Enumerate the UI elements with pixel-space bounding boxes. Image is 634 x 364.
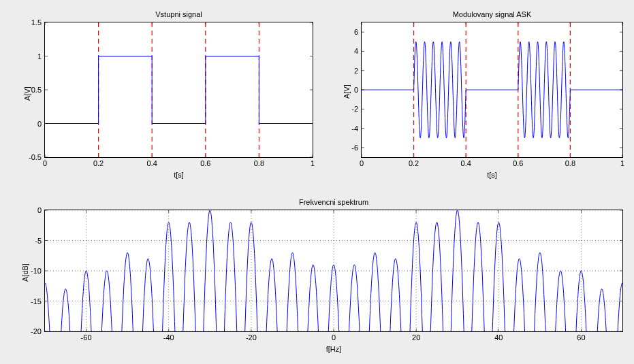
xtick-label: 0.4 [147,159,157,167]
xtick-label: 40 [494,333,503,342]
xtick-label: 0.6 [513,159,523,167]
xtick-label: -60 [81,333,92,342]
chart-title-ask: Modulovany signal ASK [362,10,622,18]
ytick-label: 2 [354,67,358,75]
axes-input-signal: Vstupni signal t[s] A[V] 00.20.40.60.81-… [44,22,313,158]
chart-title-spectrum: Frekvencni spektrum [45,198,622,206]
xtick-label: 0 [332,333,336,342]
xlabel-ask: t[s] [362,171,622,179]
plot-spectrum [45,210,622,331]
ytick-label: -2 [351,105,358,113]
ytick-label: -0.5 [29,153,42,161]
xtick-label: 1 [311,159,315,167]
axes-spectrum: Frekvencni spektrum f[Hz] A[dB] -60-40-2… [44,210,623,332]
ylabel-ask: A[V] [343,84,351,99]
ytick-label: 4 [354,47,358,55]
plot-ask [362,22,622,157]
ytick-label: 6 [354,28,358,36]
ylabel-spectrum: A[dB] [21,263,29,282]
xtick-label: 0.8 [254,159,264,167]
xtick-label: 20 [412,333,420,342]
ytick-label: -10 [31,267,42,275]
ytick-label: -5 [35,237,42,245]
xtick-label: -40 [163,333,174,342]
xlabel-spectrum: f[Hz] [45,345,622,353]
xlabel-input: t[s] [45,171,313,179]
xtick-label: 0.2 [409,159,419,167]
xtick-label: 60 [577,333,585,342]
ytick-label: 0 [37,120,42,128]
xtick-label: 0 [360,159,364,167]
ytick-label: -6 [351,144,358,152]
xtick-label: 0.8 [565,159,575,167]
ytick-label: 1 [37,52,42,61]
ytick-label: 1.5 [31,18,42,27]
xtick-label: 1 [620,159,624,167]
xtick-label: -20 [246,333,257,342]
xtick-label: 0.2 [93,159,104,167]
ytick-label: 0 [354,86,358,94]
ytick-label: -4 [351,125,358,133]
ylabel-input: A[V] [23,86,31,101]
ytick-label: 0 [37,206,42,214]
xtick-label: 0.6 [200,159,210,167]
ytick-label: -20 [31,327,42,335]
chart-title-input: Vstupni signal [45,10,313,18]
ytick-label: -15 [31,297,42,305]
xtick-label: 0.4 [461,159,471,167]
figure: Vstupni signal t[s] A[V] 00.20.40.60.81-… [0,0,634,364]
ytick-label: 0.5 [31,86,42,94]
plot-input [45,22,313,157]
axes-ask-signal: Modulovany signal ASK t[s] A[V] 00.20.40… [361,22,623,158]
xtick-label: 0 [43,159,47,167]
